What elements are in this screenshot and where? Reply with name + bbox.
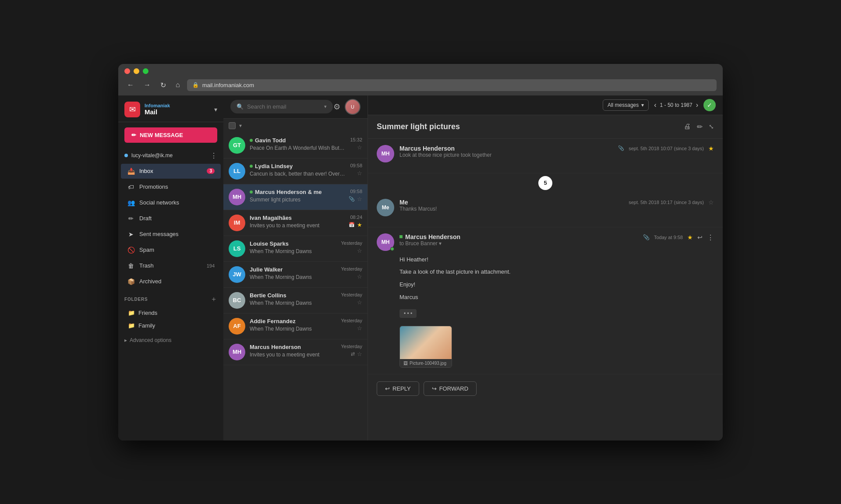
prev-page-button[interactable]: ‹ [654, 101, 656, 109]
user-online-dot [124, 154, 128, 157]
email-sender: Gavin Todd [250, 137, 346, 144]
email-sender: Julie Walker [250, 266, 336, 273]
sidebar: ✉ Infomaniak Mail ▾ ✏ NEW MESSAGE lucy-v… [118, 95, 223, 441]
thread-count-container: 5 [368, 173, 723, 193]
star-button[interactable]: ☆ [357, 247, 362, 254]
email-item[interactable]: MH Marcus Henderson Invites you to a mee… [223, 339, 367, 365]
attachment-image[interactable] [400, 326, 452, 359]
email-item[interactable]: BC Bertie Collins When The Morning Dawns… [223, 288, 367, 314]
online-indicator [250, 165, 253, 168]
email-preview: When The Morning Dawns [250, 300, 336, 306]
email-content: Louise Sparks When The Morning Dawns [250, 240, 336, 254]
thread-actions: 🖨 ✏ ⤡ [684, 123, 714, 131]
email-item[interactable]: GT Gavin Todd Peace On Earth A Wonderful… [223, 133, 367, 159]
avatar: MH [229, 189, 245, 205]
email-item[interactable]: LL Lydia Lindsey Cancun is back, better … [223, 159, 367, 184]
sent-label: Sent messages [139, 231, 215, 237]
star-button[interactable]: ☆ [357, 170, 362, 176]
sidebar-nav-item-trash[interactable]: 🗑 Trash 194 [121, 258, 221, 273]
more-options-button[interactable]: ⋮ [707, 233, 714, 242]
star-button[interactable]: ☆ [708, 199, 714, 206]
print-button[interactable]: 🖨 [684, 123, 691, 131]
star-button[interactable]: ☆ [357, 299, 362, 306]
email-item[interactable]: IM Ivan Magalhães Invites you to a meeti… [223, 210, 367, 236]
email-item[interactable]: LS Louise Sparks When The Morning Dawns … [223, 236, 367, 262]
email-sender: Marcus Henderson & me [250, 189, 344, 195]
email-preview: Cancun is back, better than ever! Over a… [250, 171, 346, 177]
star-button[interactable]: ☆ [357, 325, 362, 331]
sidebar-nav-item-archived[interactable]: 📦 Archived [121, 274, 221, 289]
pagination-text: 1 - 50 to 1987 [660, 102, 693, 108]
email-item[interactable]: JW Julie Walker When The Morning Dawns Y… [223, 262, 367, 288]
sent-icon: ➤ [127, 231, 135, 238]
draft-icon: ✏ [127, 215, 135, 222]
sidebar-nav-item-spam[interactable]: 🚫 Spam [121, 243, 221, 257]
reply-button[interactable]: ↩ [697, 234, 703, 241]
email-meta: 08:24 📅 ★ [349, 215, 362, 228]
advanced-options[interactable]: ▸ Advanced options [118, 334, 223, 347]
email-actions: ☆ [357, 144, 362, 151]
folder-item-friends[interactable]: 📁 Friends [124, 307, 217, 319]
thread-top-bar: All messages ▾ ‹ 1 - 50 to 1987 › ✓ [368, 95, 723, 115]
email-preview: When The Morning Dawns [250, 248, 336, 254]
maximize-traffic-light[interactable] [143, 68, 148, 74]
add-folder-button[interactable]: ＋ [210, 295, 217, 304]
expand-icon[interactable]: ⤡ [709, 123, 714, 131]
archived-icon: 📦 [127, 278, 135, 285]
sidebar-nav-item-inbox[interactable]: 📥 Inbox 3 [121, 164, 221, 179]
url-text: mail.infomaniak.com [202, 82, 254, 88]
filter-dropdown[interactable]: All messages ▾ [603, 99, 649, 111]
star-button[interactable]: ☆ [357, 144, 362, 151]
address-bar[interactable]: 🔒 mail.infomaniak.com [187, 79, 717, 91]
email-thread: Summer light pictures 🖨 ✏ ⤡ MH Marcus He… [368, 115, 723, 441]
home-button[interactable]: ⌂ [173, 79, 183, 91]
minimize-traffic-light[interactable] [134, 68, 139, 74]
sidebar-nav-item-promotions[interactable]: 🏷 Promotions [121, 180, 221, 194]
settings-button[interactable]: ⚙ [333, 102, 340, 112]
email-actions: 📅 ★ [349, 222, 362, 228]
user-avatar-button[interactable]: U [345, 99, 360, 115]
user-more-button[interactable]: ⋮ [210, 152, 217, 160]
star-button[interactable]: ☆ [357, 273, 362, 280]
select-all-checkbox[interactable] [229, 122, 236, 129]
sidebar-nav-item-social[interactable]: 👥 Social networks [121, 195, 221, 210]
reload-button[interactable]: ↻ [158, 79, 169, 91]
sidebar-nav-item-draft[interactable]: ✏ Draft [121, 211, 221, 226]
close-traffic-light[interactable] [124, 68, 130, 74]
folder-family-label: Family [138, 322, 155, 329]
email-meta: Yesterday ☆ [341, 266, 362, 280]
reply-label: REPLY [392, 385, 411, 392]
star-button[interactable]: ★ [687, 234, 693, 241]
show-more-button[interactable]: • • • [399, 309, 417, 318]
email-item[interactable]: AF Addie Fernandez When The Morning Dawn… [223, 314, 367, 339]
email-content: Ivan Magalhães Invites you to a meeting … [250, 215, 344, 229]
star-button[interactable]: ☆ [357, 196, 362, 202]
email-sender: Bertie Collins [250, 292, 336, 299]
account-chevron-button[interactable]: ▾ [214, 106, 217, 113]
calendar-icon: 📅 [349, 222, 355, 228]
star-button[interactable]: ☆ [357, 351, 362, 357]
star-button[interactable]: ★ [357, 222, 362, 228]
search-icon: 🔍 [237, 103, 244, 110]
search-input[interactable] [247, 103, 321, 110]
msg-line-2: Take a look of the last picture in attac… [399, 268, 714, 277]
back-button[interactable]: ← [124, 79, 137, 91]
msg-preview: Look at those nice picture took together [399, 152, 613, 158]
next-page-button[interactable]: › [696, 101, 698, 109]
draft-label: Draft [139, 215, 215, 222]
msg-line-4: Marcus [399, 293, 714, 302]
sidebar-nav-item-sent[interactable]: ➤ Sent messages [121, 227, 221, 242]
email-item[interactable]: MH Marcus Henderson & me Summer light pi… [223, 184, 367, 210]
forward-button[interactable]: ↪ FORWARD [424, 381, 477, 396]
folder-friends-label: Friends [138, 310, 157, 316]
reply-button[interactable]: ↩ REPLY [377, 381, 419, 396]
star-button[interactable]: ★ [708, 145, 714, 152]
search-bar[interactable]: 🔍 ▾ [230, 100, 333, 113]
avatar: BC [229, 292, 245, 309]
forward-button[interactable]: → [141, 79, 153, 91]
new-message-button[interactable]: ✏ NEW MESSAGE [124, 127, 217, 143]
email-actions: ☆ [357, 299, 362, 306]
recipient-chevron[interactable]: ▾ [439, 240, 442, 247]
edit-button[interactable]: ✏ [697, 123, 703, 131]
folder-item-family[interactable]: 📁 Family [124, 319, 217, 332]
